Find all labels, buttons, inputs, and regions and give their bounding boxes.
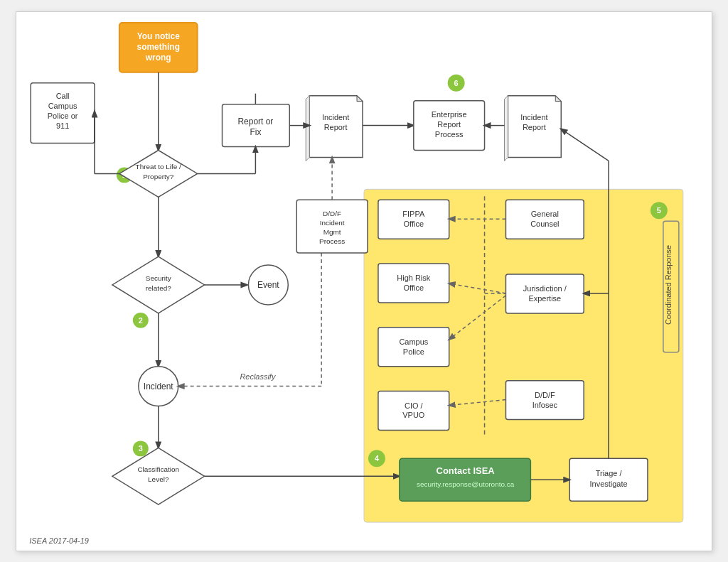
high-risk-text2: Office bbox=[404, 283, 424, 291]
ddf-infosec-text1: D/D/F bbox=[535, 390, 555, 399]
enterprise-text1: Enterprise bbox=[432, 109, 467, 118]
incident-text: Incident bbox=[144, 381, 174, 391]
arrow-triage-to-incidentreport2-2 bbox=[561, 129, 609, 161]
flowchart-page: Coordinated Response 5 4 6 You notice so… bbox=[16, 11, 712, 551]
event-text: Event bbox=[257, 279, 279, 289]
triage-text2: Investigate bbox=[590, 480, 628, 488]
ddf-text2: Incident bbox=[320, 219, 345, 227]
contact-isea-email: security.response@utoronto.ca bbox=[417, 480, 515, 488]
incident-report1-fold bbox=[357, 95, 363, 101]
general-counsel-text2: Counsel bbox=[530, 220, 559, 228]
ddf-text1: D/D/F bbox=[323, 210, 341, 217]
incident-report2-text2: Report bbox=[523, 122, 546, 131]
threat-text2: Property? bbox=[143, 173, 174, 180]
general-counsel-text1: General bbox=[531, 210, 559, 218]
ddf-infosec-text2: Infosec bbox=[532, 400, 558, 409]
step5-number: 5 bbox=[657, 206, 661, 215]
start-text-line3: wrong bbox=[145, 52, 171, 62]
ddf-text4: Process bbox=[319, 237, 345, 245]
call-police-text2: Campus bbox=[48, 101, 77, 109]
step4-number: 4 bbox=[375, 454, 380, 463]
start-text-line2: something bbox=[137, 41, 180, 51]
ddf-text3: Mgmt bbox=[323, 228, 341, 236]
classification-text2: Level? bbox=[148, 475, 169, 483]
security-text2: related? bbox=[146, 283, 171, 291]
high-risk-text1: High Risk bbox=[397, 274, 430, 282]
jurisdiction-text2: Expertise bbox=[528, 293, 561, 302]
coordinated-response-label: Coordinated Response bbox=[664, 244, 673, 324]
jurisdiction-text1: Jurisdiction / bbox=[523, 283, 567, 292]
campus-police-text2: Police bbox=[403, 347, 424, 355]
incident-report2-fold bbox=[555, 95, 561, 101]
step3-number: 3 bbox=[139, 444, 143, 453]
enterprise-text3: Process bbox=[435, 129, 464, 138]
step2-number: 2 bbox=[139, 315, 143, 324]
enterprise-text2: Report bbox=[437, 119, 461, 128]
start-text-line1: You notice bbox=[137, 31, 181, 40]
call-police-text3: Police or bbox=[48, 111, 78, 119]
contact-isea-text: Contact ISEA bbox=[437, 465, 496, 476]
incident-report2-text1: Incident bbox=[520, 112, 547, 121]
incident-report1-back bbox=[306, 95, 309, 161]
incident-report1-text1: Incident bbox=[322, 112, 349, 121]
cio-text2: VPUO bbox=[402, 411, 424, 419]
classification-text1: Classification bbox=[137, 465, 179, 473]
cio-text1: CIO / bbox=[405, 401, 424, 409]
reclassify-label: Reclassify bbox=[240, 372, 276, 380]
footer-text: ISEA 2017-04-19 bbox=[29, 536, 89, 545]
step6-number: 6 bbox=[454, 78, 459, 87]
triage-text1: Triage / bbox=[596, 469, 623, 477]
incident-report1-text2: Report bbox=[324, 122, 348, 131]
call-police-text1: Call bbox=[56, 91, 70, 99]
report-or-fix-text1: Report or bbox=[237, 116, 273, 126]
report-or-fix-text2: Fix bbox=[250, 126, 261, 136]
campus-police-text1: Campus bbox=[399, 337, 428, 345]
incident-report2-back bbox=[504, 95, 508, 161]
threat-text1: Threat to Life / bbox=[136, 163, 182, 171]
security-text1: Security bbox=[146, 274, 171, 282]
call-police-text4: 911 bbox=[56, 121, 69, 129]
fippa-text1: FIPPA bbox=[402, 210, 425, 218]
fippa-text2: Office bbox=[404, 220, 424, 228]
